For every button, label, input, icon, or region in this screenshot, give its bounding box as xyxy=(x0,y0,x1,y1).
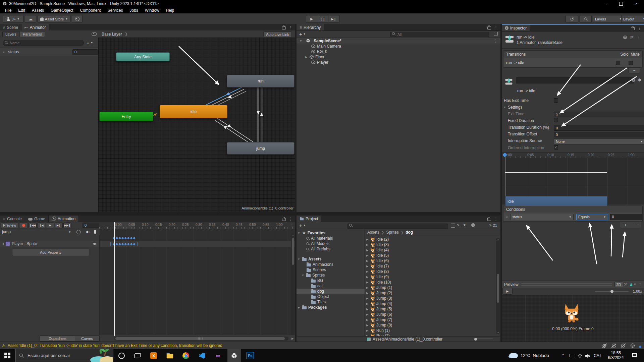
scroll-down-icon[interactable]: ▼ xyxy=(497,331,499,334)
file-row[interactable]: ▶Jump (5) xyxy=(365,306,500,312)
parameter-row[interactable]: ≂ status 0 xyxy=(0,48,98,56)
preview-header[interactable]: Preview 2D ⤱ ♟ ▼ ⋮ xyxy=(502,281,644,288)
state-idle[interactable]: idle xyxy=(160,105,227,118)
cache-disabled-icon[interactable] xyxy=(611,343,616,348)
dock-divider[interactable] xyxy=(0,212,500,216)
scroll-up-icon[interactable]: ▲ xyxy=(292,234,294,237)
debugger-disabled-icon[interactable] xyxy=(602,343,607,348)
menu-window[interactable]: Window xyxy=(142,8,162,13)
track-row[interactable]: ▶ Player : Sprite xyxy=(0,241,99,247)
condition-row[interactable]: ≂ status▼ Equals▼ 0 xyxy=(503,213,643,222)
close-button[interactable]: × xyxy=(629,0,644,7)
preview-viewport[interactable]: 0:00 (000.0%) Frame 0 xyxy=(502,295,644,342)
gear-icon[interactable]: ✱ xyxy=(638,78,641,82)
record-button[interactable] xyxy=(19,222,28,228)
taskbar-chrome[interactable] xyxy=(179,349,193,362)
add-keyframe-icon[interactable]: ◆₊ xyxy=(86,230,91,233)
file-row[interactable]: ▶Run (1) xyxy=(365,328,500,333)
fixed-duration-checkbox[interactable] xyxy=(554,118,558,122)
parameter-search[interactable] xyxy=(3,40,84,46)
kebab-menu-icon[interactable]: ⋮ xyxy=(289,26,292,29)
services-button[interactable] xyxy=(72,15,83,23)
hierarchy-search[interactable] xyxy=(390,31,489,37)
chevron-down-icon[interactable]: ▼ xyxy=(303,33,306,36)
layers-toggle[interactable]: Layers xyxy=(2,31,19,37)
taskbar-unity-active[interactable] xyxy=(227,349,241,362)
breadcrumb-sprites[interactable]: Sprites xyxy=(386,230,398,235)
solo-checkbox[interactable] xyxy=(616,61,620,65)
pivot-gizmo-icon[interactable]: ⤱ xyxy=(625,282,628,287)
condition-parameter-dropdown[interactable]: status▼ xyxy=(510,214,574,220)
animation-ruler[interactable]: 0:00 0:05 0:10 0:15 0:20 0:25 0:30 0:35 … xyxy=(99,222,295,229)
picker-icon[interactable] xyxy=(494,32,498,36)
transition-row[interactable]: run -> idle xyxy=(503,58,642,67)
tree-all-materials[interactable]: All Materials xyxy=(297,236,365,241)
notifications-disabled-icon[interactable] xyxy=(621,343,626,348)
taskbar-clock[interactable]: 18:55 6/3/2024 xyxy=(606,351,625,360)
tree-assets[interactable]: ▼Assets xyxy=(297,256,365,262)
search-button[interactable] xyxy=(580,15,592,23)
ordered-interruption-checkbox[interactable]: ✓ xyxy=(554,145,558,149)
auto-live-link-button[interactable]: Auto Live Link xyxy=(263,32,292,37)
menu-assets[interactable]: Assets xyxy=(29,8,47,13)
eye-icon[interactable] xyxy=(92,32,97,36)
remove-transition-button[interactable]: − xyxy=(629,67,640,73)
remove-condition-button[interactable]: − xyxy=(635,223,637,228)
goto-start-button[interactable]: ❙◀◀ xyxy=(29,222,37,228)
menu-component[interactable]: Component xyxy=(77,8,104,13)
lock-icon[interactable] xyxy=(282,218,286,221)
file-row[interactable]: ▶Idle (2) xyxy=(365,237,500,242)
taskbar-search[interactable]: Escriu aquí per cercar xyxy=(15,349,113,362)
property-keyframe-row[interactable]: ◆◆◆◆◆◆◆◆ xyxy=(99,241,295,247)
tree-packages[interactable]: ▶Packages xyxy=(297,305,365,310)
hidden-icons-chevron[interactable]: ^ xyxy=(562,353,564,358)
file-row[interactable]: ▶Idle (3) xyxy=(365,242,500,247)
dopesheet-hscrollbar[interactable] xyxy=(114,337,288,341)
condition-value-field[interactable]: 0 xyxy=(610,214,642,220)
add-property-button[interactable]: Add Property xyxy=(12,249,89,256)
kebab-menu-icon[interactable]: ⋮ xyxy=(637,36,641,39)
file-row[interactable]: ▶Jump (8) xyxy=(365,322,500,328)
start-button[interactable] xyxy=(1,349,14,362)
file-row[interactable]: ▶Idle (6) xyxy=(365,258,500,263)
help-icon[interactable]: ? xyxy=(623,36,627,39)
tree-dog-selected[interactable]: dog xyxy=(297,289,365,294)
tab-scene[interactable]: #Scene xyxy=(0,24,21,31)
kebab-menu-icon[interactable]: ⋮ xyxy=(494,217,498,221)
project-breadcrumb[interactable]: Assets ❯ Sprites ❯ dog xyxy=(365,229,500,236)
notification-center-icon[interactable] xyxy=(632,353,637,357)
taskbar-xampp[interactable]: X xyxy=(147,349,160,362)
plus-icon[interactable]: + xyxy=(297,31,302,37)
foldout-open-icon[interactable]: ▼ xyxy=(503,106,506,109)
file-row[interactable]: ▶Jump (7) xyxy=(365,317,500,322)
condition-operator-dropdown[interactable]: Equals▼ xyxy=(576,214,608,220)
file-row[interactable]: ▶Idle (4) xyxy=(365,247,500,253)
anim-play-button[interactable]: ▶ xyxy=(46,222,54,228)
parameters-toggle[interactable]: Parameters xyxy=(20,31,45,37)
plus-icon[interactable]: + xyxy=(297,223,302,228)
hierarchy-row[interactable]: Main Camera xyxy=(297,44,500,49)
battery-icon[interactable] xyxy=(570,354,575,357)
foldout-closed-icon[interactable]: ▶ xyxy=(2,242,5,245)
asset-store-button[interactable]: Asset Store ▼ xyxy=(38,15,70,23)
tree-all-models[interactable]: All Models xyxy=(297,241,365,246)
file-row[interactable]: ▶Jump (3) xyxy=(365,296,500,301)
tree-sprites[interactable]: ▼Sprites xyxy=(297,273,365,278)
preview-2d-toggle[interactable]: 2D xyxy=(614,282,623,287)
has-exit-time-checkbox[interactable] xyxy=(554,98,558,103)
preview-play-button[interactable]: ▶ xyxy=(502,288,513,295)
pause-button[interactable]: ❙❙ xyxy=(317,15,328,23)
slider-handle[interactable] xyxy=(474,338,477,341)
search-by-label-icon[interactable]: ✎ xyxy=(457,223,460,227)
search-highlight-image[interactable] xyxy=(90,349,113,362)
state-entry[interactable]: Entry xyxy=(99,112,153,121)
transition-timeline-body[interactable]: idle xyxy=(502,158,644,204)
kebab-menu-icon[interactable]: ⋮ xyxy=(290,223,294,227)
goto-end-button[interactable]: ▶▶❙ xyxy=(63,222,71,228)
volume-muted-icon[interactable] xyxy=(585,353,591,359)
dock-divider[interactable] xyxy=(295,24,297,342)
taskbar-vscode[interactable] xyxy=(195,349,209,362)
transition-name-field[interactable] xyxy=(516,77,634,83)
taskbar-visual-studio[interactable]: ∞ xyxy=(211,349,225,362)
keyboard-language[interactable]: CAT xyxy=(594,353,601,358)
